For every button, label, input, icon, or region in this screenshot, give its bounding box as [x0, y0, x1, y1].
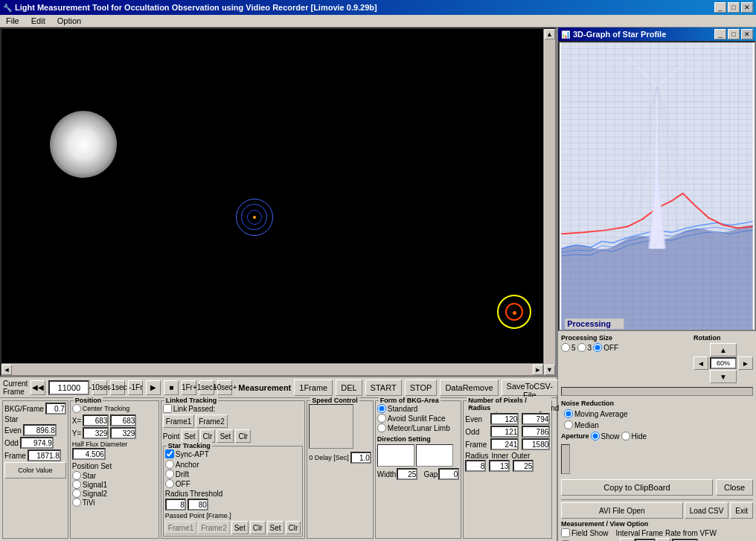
rot-up-button[interactable]: ▲	[710, 343, 737, 356]
1frame-button[interactable]: 1Frame	[294, 380, 333, 396]
scroll-htrack[interactable]	[12, 365, 533, 375]
st-set-btn[interactable]: Set	[231, 521, 249, 534]
st-frame2-btn[interactable]: Frame2	[198, 521, 229, 534]
lt-clr1-btn[interactable]: Clr	[200, 429, 216, 443]
st-frame1-btn[interactable]: Frame1	[165, 521, 196, 534]
stop-button[interactable]: ■	[164, 380, 179, 395]
prev-1fr-button[interactable]: -1Fr	[128, 380, 143, 395]
inner-input[interactable]	[489, 460, 510, 472]
speed-slider-area[interactable]	[309, 404, 353, 449]
x-input2[interactable]	[110, 414, 136, 426]
lt-set1-btn[interactable]: Set	[182, 429, 199, 443]
meteor-radio[interactable]	[377, 423, 386, 432]
signal2-radio-label[interactable]: Signal2	[72, 489, 157, 498]
field-measure-up-btn[interactable]: ▲	[656, 538, 670, 541]
bkg-frame-input[interactable]	[45, 403, 66, 414]
graph-close-button[interactable]: ✕	[741, 29, 753, 39]
rad-input[interactable]	[465, 460, 486, 472]
signal1-radio[interactable]	[72, 480, 81, 489]
scroll-left-button[interactable]: ◄	[1, 365, 12, 375]
del-button[interactable]: DEL	[336, 380, 362, 396]
signal2-radio[interactable]	[72, 489, 81, 498]
star-radio[interactable]	[72, 471, 81, 480]
frame-input[interactable]: 11000	[48, 380, 89, 395]
menu-edit[interactable]: Edit	[28, 16, 48, 26]
gap-input[interactable]	[438, 468, 459, 480]
outer-input[interactable]	[513, 460, 534, 472]
signal1-radio-label[interactable]: Signal1	[72, 480, 157, 489]
hfd-input[interactable]	[72, 448, 106, 460]
prev-1sec-button[interactable]: -1sec	[110, 380, 125, 395]
close-button[interactable]: ✕	[741, 2, 753, 13]
st-clr2-btn[interactable]: Clr	[286, 521, 301, 534]
ps5-radio[interactable]	[561, 343, 570, 352]
avoid-sunlit-radio[interactable]	[377, 414, 386, 423]
close-button[interactable]: Close	[716, 479, 753, 496]
menu-option[interactable]: Option	[54, 16, 84, 26]
copy-clipboard-button[interactable]: Copy to ClipBoard	[561, 479, 713, 496]
prev-10sec-button[interactable]: -10sec	[92, 380, 107, 395]
field-measure-down-btn[interactable]: ▼	[620, 538, 635, 541]
odd-ap-input[interactable]	[490, 426, 519, 438]
scroll-track[interactable]	[545, 39, 555, 365]
odd-bg-input[interactable]	[522, 426, 550, 438]
rot-down-button[interactable]: ▼	[710, 370, 737, 383]
scroll-right-button[interactable]: ►	[533, 365, 543, 375]
even-bg-input[interactable]	[522, 413, 550, 425]
graph-minimize-button[interactable]: _	[714, 29, 726, 39]
y-input2[interactable]	[110, 427, 136, 439]
moving-avg-radio[interactable]	[564, 409, 573, 418]
avi-file-open-button[interactable]: AVI File Open	[561, 502, 683, 519]
color-value-button[interactable]: Color Value	[4, 462, 66, 478]
rot-left-button[interactable]: ◄	[693, 356, 708, 370]
seek-start-button[interactable]: ◀◀	[31, 380, 45, 395]
even-ap-input[interactable]	[490, 413, 519, 425]
y-input1[interactable]	[83, 427, 109, 439]
drift-radio[interactable]	[165, 470, 174, 478]
center-tracking-radio[interactable]	[72, 404, 81, 413]
lt-clr2-btn[interactable]: Clr	[235, 429, 251, 443]
width-input[interactable]	[397, 468, 417, 480]
direction-display2[interactable]	[416, 444, 453, 467]
graph-hscroll[interactable]	[561, 387, 753, 396]
sync-apt-checkbox[interactable]	[165, 449, 174, 458]
maximize-button[interactable]: □	[728, 2, 740, 13]
direction-display[interactable]	[377, 444, 414, 467]
scroll-up-button[interactable]: ▲	[545, 29, 555, 39]
field-show-checkbox[interactable]	[561, 528, 570, 537]
delay-input[interactable]	[350, 452, 371, 464]
start-button[interactable]: START	[365, 380, 402, 396]
radius-input[interactable]	[165, 499, 186, 510]
st-clr-btn[interactable]: Clr	[250, 521, 266, 534]
x-input1[interactable]	[83, 414, 109, 426]
frame1-btn[interactable]: Frame1	[163, 414, 194, 428]
hide-radio[interactable]	[621, 432, 630, 441]
horizontal-scrollbar[interactable]: ◄ ►	[1, 363, 543, 375]
standard-radio[interactable]	[377, 404, 386, 413]
tivi-radio-label[interactable]: TiVi	[72, 498, 157, 507]
show-radio[interactable]	[591, 432, 600, 441]
play-button[interactable]: ▶	[146, 380, 161, 395]
anchor-radio[interactable]	[165, 460, 174, 469]
scroll-down-button[interactable]: ▼	[545, 365, 555, 375]
tivi-radio[interactable]	[72, 498, 81, 507]
load-csv-button[interactable]: Load CSV	[685, 502, 729, 519]
link-checkbox[interactable]	[163, 404, 172, 413]
psoff-radio[interactable]	[593, 343, 602, 352]
frame-ap-input[interactable]	[490, 438, 519, 450]
minimize-button[interactable]: _	[714, 2, 726, 13]
rot-right-button[interactable]: ►	[738, 356, 753, 370]
stop2-button[interactable]: STOP	[405, 380, 438, 396]
frame-val-input[interactable]	[28, 449, 61, 461]
exit-button[interactable]: Exit	[730, 502, 753, 519]
menu-file[interactable]: File	[3, 16, 22, 26]
star-radio-label[interactable]: Star	[72, 471, 157, 480]
odd-input[interactable]	[20, 437, 54, 449]
frame2-btn[interactable]: Frame2	[196, 414, 227, 428]
lt-set2-btn[interactable]: Set	[217, 429, 234, 443]
graph-maximize-button[interactable]: □	[728, 29, 740, 39]
off-radio[interactable]	[165, 479, 174, 488]
median-radio[interactable]	[564, 420, 573, 429]
threshold-input[interactable]	[188, 499, 208, 510]
next-10sec-button[interactable]: 10sec+	[217, 380, 232, 395]
